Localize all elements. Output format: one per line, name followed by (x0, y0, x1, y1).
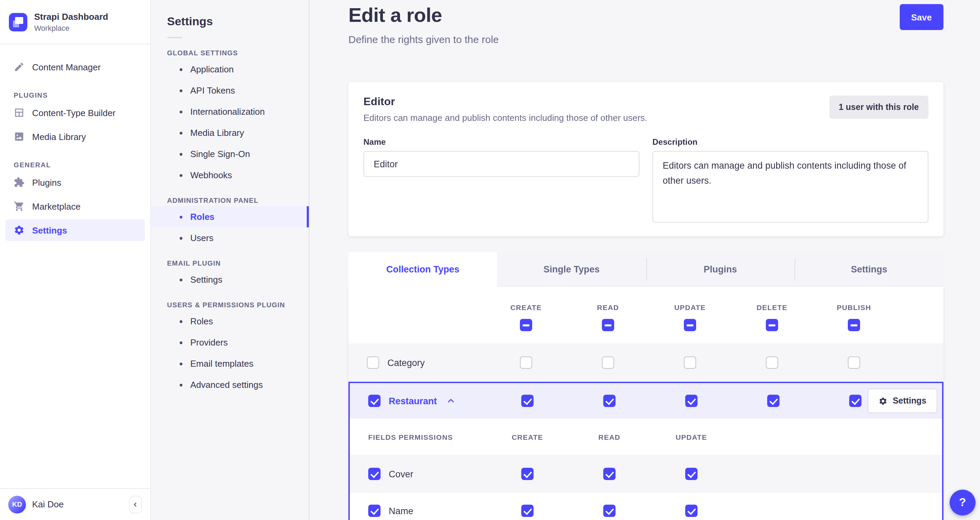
name-field-label: Name (363, 137, 640, 147)
brand[interactable]: Strapi Dashboard Workplace (0, 0, 150, 45)
name-create-checkbox[interactable] (521, 505, 533, 517)
settings-button-label: Settings (892, 396, 926, 406)
subnav-header-email-plugin: EMAIL PLUGIN (151, 259, 309, 267)
role-details-card: Editor Editors can manage and publish co… (348, 82, 943, 236)
table-row-category: Category (348, 343, 943, 382)
cover-update-checkbox[interactable] (685, 468, 697, 480)
description-field[interactable]: Editors can manage and publish contents … (652, 151, 928, 223)
users-with-role-button[interactable]: 1 user with this role (829, 95, 928, 119)
restaurant-update-checkbox[interactable] (685, 395, 697, 407)
subnav-item-up-providers[interactable]: Providers (151, 332, 309, 353)
sidebar-item-content-manager[interactable]: Content Manager (5, 56, 145, 78)
sidebar-item-label: Plugins (32, 177, 61, 188)
description-field-label: Description (652, 137, 928, 147)
subnav-item-media-library[interactable]: Media Library (151, 122, 309, 143)
restaurant-publish-checkbox[interactable] (849, 395, 861, 407)
sidebar-item-marketplace[interactable]: Marketplace (5, 195, 145, 217)
subnav-item-webhooks[interactable]: Webhooks (151, 165, 309, 186)
name-row-checkbox[interactable] (368, 505, 380, 517)
category-delete-checkbox[interactable] (766, 356, 778, 369)
select-all-delete-checkbox[interactable] (766, 319, 778, 331)
column-header-delete: DELETE (757, 303, 788, 312)
row-label[interactable]: Restaurant (389, 396, 437, 406)
category-update-checkbox[interactable] (684, 356, 696, 369)
permissions-panel: Collection Types Single Types Plugins Se… (348, 252, 943, 520)
bullet-icon (179, 341, 182, 344)
subnav-item-admin-roles[interactable]: Roles (151, 206, 309, 227)
subnav-item-label: Internationalization (190, 107, 265, 117)
restaurant-delete-checkbox[interactable] (767, 395, 780, 407)
sidebar-item-content-type-builder[interactable]: Content-Type Builder (5, 102, 145, 124)
cover-read-checkbox[interactable] (603, 468, 616, 480)
collapse-sidebar-button[interactable] (129, 495, 142, 513)
category-row-checkbox[interactable] (367, 356, 379, 369)
name-update-checkbox[interactable] (685, 505, 697, 517)
column-header-publish: PUBLISH (837, 303, 871, 312)
chevron-up-icon[interactable] (447, 397, 455, 405)
sidebar-item-label: Marketplace (32, 201, 81, 211)
chevron-left-icon (132, 502, 138, 507)
bullet-icon (179, 362, 182, 365)
sidebar-item-plugins[interactable]: Plugins (5, 172, 145, 193)
avatar[interactable]: KD (8, 495, 26, 513)
bullet-icon (179, 383, 182, 386)
tab-single-types[interactable]: Single Types (497, 252, 646, 287)
save-button[interactable]: Save (899, 4, 943, 30)
subnav-item-api-tokens[interactable]: API Tokens (151, 80, 309, 101)
strapi-logo-icon (9, 13, 27, 31)
tab-plugins[interactable]: Plugins (646, 252, 795, 287)
subnav-title: Settings (151, 15, 309, 29)
sidebar-item-media-library[interactable]: Media Library (5, 126, 145, 148)
main-sidebar: Strapi Dashboard Workplace Content Manag… (0, 0, 151, 520)
permissions-table: CREATE READ UPDATE DELETE (348, 287, 943, 520)
category-publish-checkbox[interactable] (848, 356, 860, 369)
tab-collection-types[interactable]: Collection Types (348, 252, 497, 287)
bullet-icon (179, 278, 182, 281)
bullet-icon (179, 237, 182, 239)
restaurant-settings-button[interactable]: Settings (867, 388, 937, 413)
restaurant-read-checkbox[interactable] (603, 395, 616, 407)
restaurant-row-checkbox[interactable] (368, 395, 380, 407)
select-all-read-checkbox[interactable] (602, 319, 614, 331)
row-label[interactable]: Category (387, 358, 425, 368)
pen-icon (14, 62, 25, 72)
nav-section-header-general: GENERAL (0, 161, 150, 169)
restaurant-create-checkbox[interactable] (521, 395, 533, 407)
column-header-read: READ (597, 303, 619, 312)
subnav-item-label: Webhooks (190, 170, 232, 180)
subnav-item-label: Users (190, 233, 213, 243)
tab-settings[interactable]: Settings (795, 252, 944, 287)
sidebar-item-settings[interactable]: Settings (5, 219, 145, 241)
category-create-checkbox[interactable] (520, 356, 532, 369)
subnav-item-internationalization[interactable]: Internationalization (151, 101, 309, 122)
gear-icon (878, 396, 887, 405)
subnav-item-up-email-templates[interactable]: Email templates (151, 353, 309, 374)
subnav-item-single-sign-on[interactable]: Single Sign-On (151, 143, 309, 165)
subnav-item-application[interactable]: Application (151, 59, 309, 80)
subnav-item-admin-users[interactable]: Users (151, 227, 309, 248)
name-field[interactable] (363, 151, 640, 177)
select-all-publish-checkbox[interactable] (848, 319, 860, 331)
cover-create-checkbox[interactable] (521, 468, 533, 480)
help-button[interactable]: ? (950, 489, 975, 515)
restaurant-expanded-group: Restaurant Settings (348, 382, 943, 520)
sidebar-item-label: Content Manager (32, 62, 101, 72)
sidebar-item-label: Content-Type Builder (32, 108, 115, 118)
subnav-header-administration-panel: ADMINISTRATION PANEL (151, 197, 309, 204)
subnav-item-email-settings[interactable]: Settings (151, 269, 309, 290)
cover-row-checkbox[interactable] (368, 468, 380, 480)
select-all-create-checkbox[interactable] (520, 319, 532, 331)
name-read-checkbox[interactable] (603, 505, 616, 517)
column-header-create: CREATE (510, 303, 542, 312)
puzzle-icon (14, 177, 25, 188)
subnav-item-label: Media Library (190, 128, 244, 138)
shopping-cart-icon (14, 201, 25, 211)
select-all-update-checkbox[interactable] (684, 319, 696, 331)
field-row-cover: Cover (350, 455, 942, 493)
subnav-item-up-advanced-settings[interactable]: Advanced settings (151, 374, 309, 395)
category-read-checkbox[interactable] (602, 356, 614, 369)
subnav-item-up-roles[interactable]: Roles (151, 311, 309, 332)
role-name-heading: Editor (363, 95, 647, 108)
bullet-icon (179, 68, 182, 71)
sidebar-footer: KD Kai Doe (0, 488, 150, 520)
